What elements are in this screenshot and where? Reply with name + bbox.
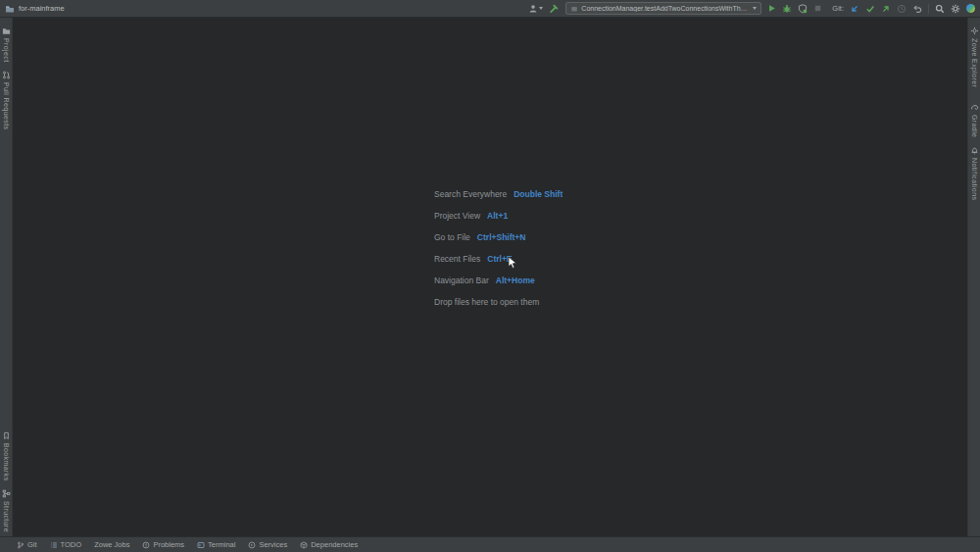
bottom-tool-window-bar: Git TODO Zowe Jobs Problems Terminal (0, 536, 980, 552)
chevron-down-icon (539, 7, 543, 10)
hint-shortcut: Alt+1 (487, 211, 508, 221)
project-title: for-mainframe (5, 4, 65, 14)
hint-go-to-file: Go to File Ctrl+Shift+N (434, 226, 563, 248)
sidebar-item-pull-requests[interactable]: Pull Requests (2, 67, 11, 133)
sidebar-item-label: Gradle (971, 115, 978, 137)
run-config-icon (570, 5, 578, 13)
hint-label: Search Everywhere (434, 189, 507, 199)
toolwindow-label: Dependencies (311, 540, 358, 549)
project-name-label: for-mainframe (19, 4, 65, 13)
git-commit-button[interactable] (865, 4, 875, 14)
build-hammer-icon[interactable] (549, 3, 560, 14)
settings-gear-icon[interactable] (951, 4, 960, 14)
hint-shortcut: Double Shift (514, 189, 563, 199)
hint-search-everywhere: Search Everywhere Double Shift (434, 183, 563, 205)
toolwindow-dependencies[interactable]: Dependencies (300, 540, 358, 549)
services-icon (248, 541, 256, 549)
git-branch-icon (17, 541, 24, 549)
hint-label: Navigation Bar (434, 276, 489, 285)
toolwindow-label: Terminal (208, 540, 235, 549)
run-configuration-value: ConnectionManager.testAddTwoConnectionsW… (581, 5, 749, 12)
toolbar-right-group: ConnectionManager.testAddTwoConnectionsW… (528, 2, 975, 15)
hint-shortcut: Ctrl+Shift+N (477, 232, 526, 242)
sidebar-item-label: Structure (3, 501, 10, 532)
toolwindow-problems[interactable]: Problems (142, 540, 184, 549)
debug-button[interactable] (782, 4, 792, 14)
toolwindow-label: TODO (61, 540, 82, 549)
profile-user-icon[interactable] (528, 4, 543, 14)
pull-request-icon (2, 71, 11, 79)
right-tool-window-stripe: Zowe Explorer Gradle Notifications (967, 18, 980, 536)
git-update-project-button[interactable] (850, 4, 859, 14)
toolwindow-zowe-jobs[interactable]: Zowe Jobs (94, 540, 129, 549)
sidebar-item-label: Notifications (971, 158, 978, 200)
stop-button (813, 4, 822, 13)
sidebar-item-structure[interactable]: Structure (2, 485, 11, 536)
run-with-coverage-button[interactable] (798, 4, 808, 14)
sidebar-item-label: Pull Requests (3, 82, 10, 129)
dependencies-icon (300, 541, 308, 549)
problems-icon (142, 541, 150, 549)
git-push-button[interactable] (881, 4, 891, 14)
rollback-undo-button[interactable] (912, 4, 922, 14)
hint-drop-files: Drop files here to open them (434, 291, 563, 313)
folder-icon (2, 26, 11, 35)
hint-shortcut: Alt+Home (496, 276, 535, 285)
zowe-gear-icon (970, 26, 979, 35)
toolwindow-terminal[interactable]: Terminal (197, 540, 235, 549)
run-configuration-select[interactable]: ConnectionManager.testAddTwoConnectionsW… (565, 2, 761, 15)
keyboard-shortcut-hints: Search Everywhere Double Shift Project V… (434, 183, 563, 313)
hint-recent-files: Recent Files Ctrl+E (434, 248, 563, 270)
hint-label: Go to File (434, 232, 470, 242)
terminal-icon (197, 541, 205, 549)
gradle-elephant-icon (970, 103, 979, 112)
sidebar-item-notifications[interactable]: Notifications (970, 142, 979, 204)
search-everywhere-icon[interactable] (935, 4, 945, 14)
toolwindow-todo[interactable]: TODO (50, 540, 82, 549)
main-toolbar: for-mainframe ConnectionManager.testAddT… (0, 0, 980, 18)
history-clock-icon (897, 4, 906, 14)
mouse-cursor (508, 256, 518, 274)
toolwindow-services[interactable]: Services (248, 540, 287, 549)
chevron-down-icon (753, 7, 757, 10)
sidebar-item-label: Zowe Explorer (971, 38, 978, 87)
hint-label: Project View (434, 211, 480, 221)
todo-list-icon (50, 541, 58, 549)
sidebar-item-label: Project (3, 38, 10, 63)
toolwindow-label: Zowe Jobs (94, 540, 129, 549)
drop-files-label: Drop files here to open them (434, 297, 539, 307)
left-tool-window-stripe: Project Pull Requests Bookmarks Structur… (0, 18, 13, 536)
toolwindow-label: Problems (153, 540, 184, 549)
sidebar-item-bookmarks[interactable]: Bookmarks (2, 427, 11, 485)
run-button[interactable] (767, 4, 776, 13)
toolwindow-label: Git (27, 540, 37, 549)
project-folder-icon (5, 4, 15, 14)
sidebar-item-label: Bookmarks (3, 443, 10, 481)
sidebar-item-project[interactable]: Project (2, 23, 11, 67)
sidebar-item-zowe-explorer[interactable]: Zowe Explorer (970, 23, 979, 91)
structure-icon (2, 489, 11, 498)
hint-label: Recent Files (434, 254, 480, 264)
toolwindow-label: Services (259, 540, 287, 549)
toolbar-separator (928, 4, 929, 14)
editor-empty-area[interactable]: Search Everywhere Double Shift Project V… (13, 18, 967, 536)
bookmark-icon (2, 431, 11, 440)
git-toolbar-label: Git: (832, 4, 844, 13)
ide-window: for-mainframe ConnectionManager.testAddT… (0, 0, 980, 552)
sidebar-item-gradle[interactable]: Gradle (970, 99, 979, 141)
hint-navigation-bar: Navigation Bar Alt+Home (434, 270, 563, 291)
toolwindow-git[interactable]: Git (17, 540, 37, 549)
profile-avatar-icon[interactable] (966, 4, 975, 13)
hint-project-view: Project View Alt+1 (434, 205, 563, 226)
bell-icon (970, 146, 979, 155)
